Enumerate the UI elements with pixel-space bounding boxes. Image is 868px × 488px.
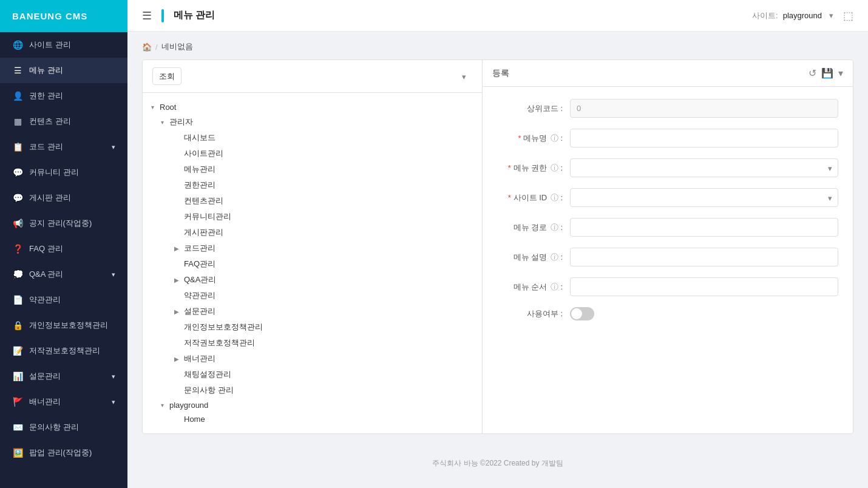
tree-node-label: 컨텐츠관리 xyxy=(181,195,223,206)
tree-node-community-admin[interactable]: 커뮤니티관리 xyxy=(143,209,482,225)
menu-name-input[interactable] xyxy=(570,129,838,147)
tree-node-menu-admin[interactable]: 메뉴관리 xyxy=(143,161,482,177)
tree-toggle-icon: ▾ xyxy=(147,104,157,110)
sidebar-item-label: 팝업 관리(작업중) xyxy=(29,447,115,458)
sidebar-item-notice-management[interactable]: 📢 공지 관리(작업중) xyxy=(0,211,127,236)
tree-node-site-admin[interactable]: 사이트관리 xyxy=(143,146,482,161)
sidebar-item-label: 게시판 관리 xyxy=(29,192,115,203)
tree-node-dashboard[interactable]: 대시보드 xyxy=(143,130,482,146)
tree-node-label: 설문관리 xyxy=(181,306,215,317)
tree-node-admin[interactable]: ▾ 관리자 xyxy=(143,114,482,130)
right-panel-actions: ↺ 💾 ▾ xyxy=(809,67,843,79)
notice-icon: 📢 xyxy=(12,219,23,228)
terms-icon: 📄 xyxy=(12,295,23,305)
panels-container: 조회 ▾ Root ▾ 관리자 xyxy=(142,59,853,434)
tree-toggle-icon: ▶ xyxy=(172,356,181,362)
community-icon: 💬 xyxy=(12,168,23,177)
menu-desc-input[interactable] xyxy=(570,248,838,266)
footer-text: 주식회사 바능 ©2022 Created by 개발팀 xyxy=(432,459,563,467)
tree-node-home[interactable]: Home xyxy=(143,412,482,426)
tree-node-banner-admin[interactable]: ▶ 배너관리 xyxy=(143,351,482,367)
tree-node-survey-admin[interactable]: ▶ 설문관리 xyxy=(143,303,482,319)
sidebar-item-banner-management[interactable]: 🚩 배너관리 ▾ xyxy=(0,389,127,415)
tree-node-playground[interactable]: ▾ playground xyxy=(143,398,482,412)
refresh-icon[interactable]: ↺ xyxy=(809,67,816,79)
tree-node-label: 게시판관리 xyxy=(181,227,223,238)
hamburger-icon[interactable]: ☰ xyxy=(142,9,152,22)
breadcrumb-home[interactable]: 🏠 xyxy=(142,42,152,52)
menu-permission-select[interactable] xyxy=(570,158,838,177)
sidebar-item-menu-management[interactable]: ☰ 메뉴 관리 xyxy=(0,58,127,83)
tree-node-content-admin[interactable]: 컨텐츠관리 xyxy=(143,193,482,209)
tree-node-faq-admin[interactable]: FAQ관리 xyxy=(143,256,482,272)
tree-node-label: 권한관리 xyxy=(181,180,215,191)
sidebar-item-copyright-management[interactable]: 📝 저작권보호정책관리 xyxy=(0,338,127,364)
tree-node-code-admin[interactable]: ▶ 코드관리 xyxy=(143,240,482,256)
sidebar-item-qna-management[interactable]: 💭 Q&A 관리 ▾ xyxy=(0,262,127,287)
tree-node-privacy-admin[interactable]: 개인정보보호정책관리 xyxy=(143,319,482,335)
tree-toggle-icon: ▶ xyxy=(172,308,181,315)
tree-node-inquiry-admin[interactable]: 문의사항 관리 xyxy=(143,382,482,398)
sidebar-item-code-management[interactable]: 📋 코드 관리 ▾ xyxy=(0,134,127,160)
sidebar-item-label: 사이트 관리 xyxy=(29,39,115,50)
tree-node-label: 약관관리 xyxy=(181,290,215,301)
tree-node-copyright-admin[interactable]: 저작권보호정책관리 xyxy=(143,335,482,351)
tree-toggle-icon: ▶ xyxy=(172,277,181,283)
sidebar-item-label: 컨텐츠 관리 xyxy=(29,116,115,127)
tree-node-root[interactable]: ▾ Root xyxy=(143,100,482,114)
menu-permission-select-wrapper xyxy=(570,158,838,177)
sidebar-item-inquiry-management[interactable]: ✉️ 문의사항 관리 xyxy=(0,415,127,440)
right-panel: 등록 ↺ 💾 ▾ 상위코드 : xyxy=(483,60,853,433)
site-id-label: * 사이트 ID ⓘ : xyxy=(497,192,570,203)
sidebar-item-community-management[interactable]: 💬 커뮤니티 관리 xyxy=(0,160,127,185)
help-icon: ⓘ xyxy=(551,223,558,232)
breadcrumb-separator: / xyxy=(155,42,158,52)
content-icon: ▦ xyxy=(12,117,23,126)
sidebar-item-label: Q&A 관리 xyxy=(29,269,106,280)
menu-order-input[interactable] xyxy=(570,277,838,296)
sidebar-item-survey-management[interactable]: 📊 설문관리 ▾ xyxy=(0,364,127,389)
form-row-menu-name: * 메뉴명 ⓘ : xyxy=(497,129,838,147)
sidebar-item-label: 약관관리 xyxy=(29,294,115,305)
sidebar-item-content-management[interactable]: ▦ 컨텐츠 관리 xyxy=(0,109,127,134)
query-select[interactable]: 조회 xyxy=(152,67,181,85)
tree-node-label: Home xyxy=(181,415,205,424)
sidebar-item-popup-management[interactable]: 🖼️ 팝업 관리(작업중) xyxy=(0,440,127,466)
logout-icon[interactable]: ⬚ xyxy=(843,9,853,22)
tree-node-terms-admin[interactable]: 약관관리 xyxy=(143,288,482,303)
menu-permission-label: * 메뉴 권한 ⓘ : xyxy=(497,163,570,174)
tree-node-chat-admin[interactable]: 채팅설정관리 xyxy=(143,367,482,382)
survey-icon: 📊 xyxy=(12,371,23,381)
site-icon: 🌐 xyxy=(12,40,23,50)
menu-path-input[interactable] xyxy=(570,218,838,237)
tree-node-label: 메뉴관리 xyxy=(181,164,215,175)
tree-node-label: 코드관리 xyxy=(181,243,215,254)
expand-icon[interactable]: ▾ xyxy=(838,67,843,79)
board-icon: 💬 xyxy=(12,193,23,203)
sidebar-item-terms-management[interactable]: 📄 약관관리 xyxy=(0,287,127,313)
form-row-menu-path: 메뉴 경로 ⓘ : xyxy=(497,218,838,237)
site-dropdown-icon[interactable]: ▾ xyxy=(829,11,833,20)
sidebar-item-label: 코드 관리 xyxy=(29,141,106,152)
sidebar-item-privacy-management[interactable]: 🔒 개인정보보호정책관리 xyxy=(0,313,127,338)
tree-toggle-icon: ▶ xyxy=(172,245,181,252)
left-panel: 조회 ▾ Root ▾ 관리자 xyxy=(143,60,483,433)
sidebar-item-label: 저작권보호정책관리 xyxy=(29,345,115,356)
sidebar-item-faq-management[interactable]: ❓ FAQ 관리 xyxy=(0,236,127,262)
sidebar-item-permission-management[interactable]: 👤 권한 관리 xyxy=(0,83,127,109)
tree-node-board-admin[interactable]: 게시판관리 xyxy=(143,225,482,240)
sidebar-item-board-management[interactable]: 💬 게시판 관리 xyxy=(0,185,127,211)
chevron-down-icon: ▾ xyxy=(112,143,115,151)
form-row-parent-code: 상위코드 : xyxy=(497,99,838,118)
right-panel-header: 등록 ↺ 💾 ▾ xyxy=(483,60,853,87)
tree-node-label: 관리자 xyxy=(167,117,193,127)
use-toggle[interactable] xyxy=(570,307,594,320)
inquiry-icon: ✉️ xyxy=(12,422,23,432)
tree-node-qna-admin[interactable]: ▶ Q&A관리 xyxy=(143,272,482,288)
tree-node-permission-admin[interactable]: 권한관리 xyxy=(143,177,482,193)
page-content: 🏠 / 네비없음 조회 ▾ Root xyxy=(127,32,868,488)
sidebar-item-site-management[interactable]: 🌐 사이트 관리 xyxy=(0,32,127,58)
site-id-select[interactable] xyxy=(570,188,838,207)
sidebar-item-label: 공지 관리(작업중) xyxy=(29,218,115,229)
save-icon[interactable]: 💾 xyxy=(821,67,833,79)
